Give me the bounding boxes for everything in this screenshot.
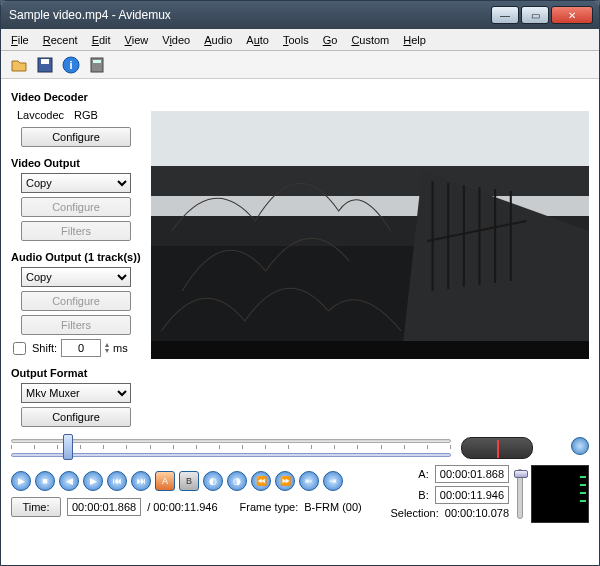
first-frame-button[interactable]: ⏪ [251,471,271,491]
time-total: / 00:00:11.946 [147,501,217,513]
decoder-configure-button[interactable]: Configure [21,127,131,147]
window-buttons: — ▭ ✕ [491,6,593,24]
menu-auto[interactable]: Auto [240,32,275,48]
decoder-title: Video Decoder [11,91,143,103]
video-output-select[interactable]: Copy [21,173,131,193]
marker-b-value: 00:00:11.946 [435,486,509,504]
lower-panel: ▶ ■ ◀ ▶ ⏮ ⏭ A B ◐ ◑ ⏪ ⏩ ⇤ ⇥ Time: [11,465,589,523]
upper-panel: Video Decoder Lavcodec RGB Configure Vid… [11,87,589,427]
svg-rect-19 [151,341,589,359]
play-button[interactable]: ▶ [11,471,31,491]
menu-video[interactable]: Video [156,32,196,48]
next-frame-button[interactable]: ▶ [83,471,103,491]
menu-edit[interactable]: Edit [86,32,117,48]
left-sidebar: Video Decoder Lavcodec RGB Configure Vid… [11,87,143,427]
time-row: Time: 00:00:01.868 / 00:00:11.946 Frame … [11,497,382,517]
svg-rect-1 [41,59,49,64]
prev-black-button[interactable]: ◐ [203,471,223,491]
decoder-info: Lavcodec RGB [11,107,143,127]
minimize-button[interactable]: — [491,6,519,24]
decoder-codec: Lavcodec [17,109,64,121]
prev-keyframe-button[interactable]: ⏮ [107,471,127,491]
marker-b-label: B: [418,489,428,501]
next-keyframe-button[interactable]: ⏭ [131,471,151,491]
volume-knob[interactable] [571,437,589,455]
playback-controls: ▶ ■ ◀ ▶ ⏮ ⏭ A B ◐ ◑ ⏪ ⏩ ⇤ ⇥ [11,471,382,491]
volume-slider[interactable] [517,469,523,519]
audio-output-title: Audio Output (1 track(s)) [11,251,143,263]
goto-marker-b-button[interactable]: ⇥ [323,471,343,491]
timeline-handle[interactable] [63,434,73,460]
prev-frame-button[interactable]: ◀ [59,471,79,491]
calculator-icon[interactable] [87,55,107,75]
decoder-color: RGB [74,109,98,121]
format-configure-button[interactable]: Configure [21,407,131,427]
menubar: File Recent Edit View Video Audio Auto T… [1,29,599,51]
marker-a-value: 00:00:01.868 [435,465,509,483]
audio-shift-row: Shift: ▴▾ ms [13,339,143,357]
svg-rect-8 [151,166,589,196]
menu-recent[interactable]: Recent [37,32,84,48]
shift-label: Shift: [32,342,57,354]
shift-input[interactable] [61,339,101,357]
timeline-area [11,435,589,465]
app-window: Sample video.mp4 - Avidemux — ▭ ✕ File R… [0,0,600,566]
content-area: Video Decoder Lavcodec RGB Configure Vid… [1,79,599,565]
shift-unit: ms [113,342,128,354]
info-icon[interactable]: i [61,55,81,75]
video-filters-button: Filters [21,221,131,241]
selection-times: A:00:00:01.868 B:00:00:11.946 Selection:… [390,465,509,519]
time-current[interactable]: 00:00:01.868 [67,498,141,516]
video-preview [151,111,589,359]
timeline-slider[interactable] [11,435,451,465]
audio-configure-button: Configure [21,291,131,311]
set-marker-a-button[interactable]: A [155,471,175,491]
svg-rect-7 [151,111,589,171]
jog-wheel[interactable] [461,437,533,459]
frame-type-value: B-FRM (00) [304,501,361,513]
video-configure-button: Configure [21,197,131,217]
toolbar: i [1,51,599,79]
menu-tools[interactable]: Tools [277,32,315,48]
menu-help[interactable]: Help [397,32,432,48]
next-black-button[interactable]: ◑ [227,471,247,491]
audio-filters-button: Filters [21,315,131,335]
audio-output-select[interactable]: Copy [21,267,131,287]
format-select[interactable]: Mkv Muxer [21,383,131,403]
last-frame-button[interactable]: ⏩ [275,471,295,491]
marker-a-label: A: [418,468,428,480]
close-button[interactable]: ✕ [551,6,593,24]
menu-audio[interactable]: Audio [198,32,238,48]
selection-value: 00:00:10.078 [445,507,509,519]
menu-view[interactable]: View [119,32,155,48]
frame-type-label: Frame type: [240,501,299,513]
open-icon[interactable] [9,55,29,75]
titlebar: Sample video.mp4 - Avidemux — ▭ ✕ [1,1,599,29]
audio-meter [531,465,589,523]
set-marker-b-button[interactable]: B [179,471,199,491]
output-format-title: Output Format [11,367,143,379]
selection-label: Selection: [390,507,438,519]
save-icon[interactable] [35,55,55,75]
time-button[interactable]: Time: [11,497,61,517]
shift-checkbox[interactable] [13,342,26,355]
menu-file[interactable]: File [5,32,35,48]
maximize-button[interactable]: ▭ [521,6,549,24]
video-output-title: Video Output [11,157,143,169]
window-title: Sample video.mp4 - Avidemux [7,8,491,22]
goto-marker-a-button[interactable]: ⇤ [299,471,319,491]
volume-thumb[interactable] [514,470,528,478]
menu-go[interactable]: Go [317,32,344,48]
stop-button[interactable]: ■ [35,471,55,491]
svg-text:i: i [69,59,72,71]
menu-custom[interactable]: Custom [345,32,395,48]
spin-down-icon[interactable]: ▾ [105,348,109,354]
svg-rect-5 [93,60,101,63]
